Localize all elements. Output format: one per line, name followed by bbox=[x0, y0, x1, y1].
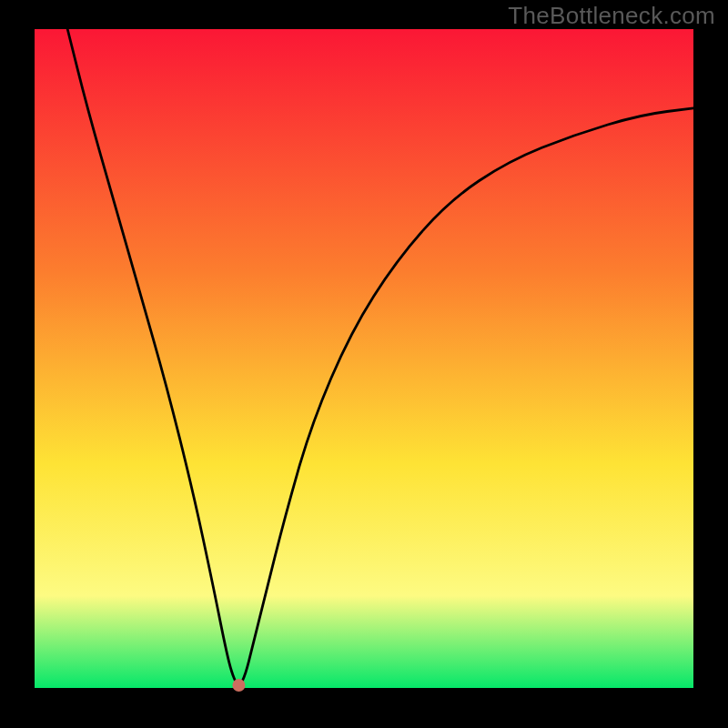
curve-svg bbox=[35, 29, 693, 688]
bottleneck-curve bbox=[67, 29, 693, 684]
watermark-text: TheBottleneck.com bbox=[508, 2, 715, 30]
chart-frame: TheBottleneck.com bbox=[0, 0, 728, 728]
minimum-marker bbox=[232, 679, 245, 692]
plot-area bbox=[35, 29, 693, 688]
